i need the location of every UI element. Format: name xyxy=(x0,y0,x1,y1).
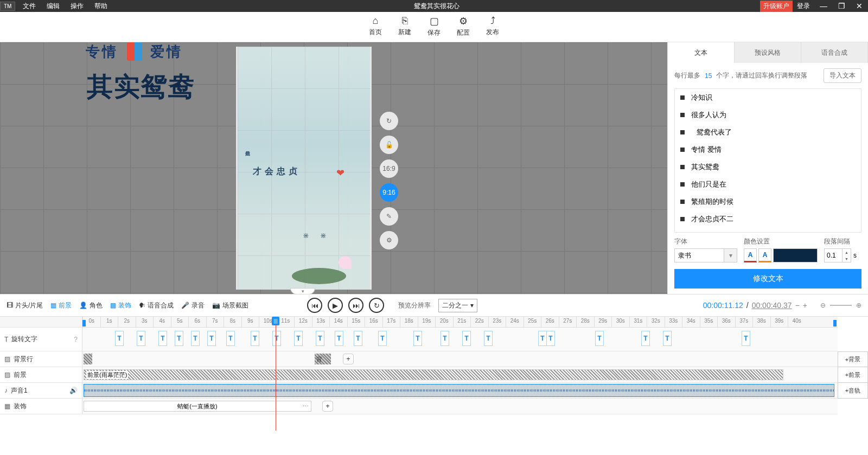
collapse-handle[interactable]: ▾ xyxy=(290,288,315,294)
playhead-handle[interactable]: ||| xyxy=(272,317,279,325)
preview-frame[interactable]: 他们只是在 才会忠贞 ❤ ⋇⋇ xyxy=(236,47,372,290)
upgrade-button[interactable]: 升级账户 xyxy=(760,1,793,12)
text-list[interactable]: 冷知识 很多人认为 鸳鸯代表了 专情 爱情 其实鸳鸯 他们只是在 繁殖期的时候 … xyxy=(674,88,861,233)
menu-file[interactable]: 文件 xyxy=(17,1,41,12)
text-track-head[interactable]: T旋转文字? xyxy=(0,328,82,351)
bg-track-head[interactable]: ▨背景行 xyxy=(0,351,82,367)
text-row[interactable]: 其实鸳鸯 xyxy=(675,158,861,176)
track-area[interactable]: 0s1s2s3s4s5s6s7s8s9s10s11s12s13s14s15s16… xyxy=(82,317,838,414)
text-clip[interactable]: T xyxy=(462,331,471,346)
text-clip[interactable]: T xyxy=(546,331,555,346)
tab-text[interactable]: 文本 xyxy=(668,42,735,63)
text-clip[interactable]: T xyxy=(413,331,422,346)
text-clip[interactable]: T xyxy=(484,331,493,346)
intro-outro-button[interactable]: 🎞片头/片尾 xyxy=(7,301,43,310)
text-clip[interactable]: T xyxy=(663,331,672,346)
in-marker[interactable] xyxy=(82,320,86,326)
zoom-in-icon[interactable]: ⊕ xyxy=(856,302,861,309)
menu-operate[interactable]: 操作 xyxy=(65,1,89,12)
zoom-out-icon[interactable]: ⊖ xyxy=(820,302,826,309)
spin-down-icon[interactable]: ▼ xyxy=(843,255,851,262)
text-row[interactable]: 他们只是在 xyxy=(675,176,861,193)
save-button[interactable]: ▢保存 xyxy=(427,15,441,42)
new-button[interactable]: ⎘新建 xyxy=(398,15,411,42)
text-clip[interactable]: T xyxy=(378,331,387,346)
text-clip[interactable]: T xyxy=(354,331,362,346)
resolution-select[interactable]: 二分之一▾ xyxy=(438,299,477,312)
audio-track-head[interactable]: ♪声音1🔊 xyxy=(0,383,82,399)
close-button[interactable]: ✕ xyxy=(851,1,868,11)
more-icon[interactable]: ⋯ xyxy=(303,403,309,410)
add-deco-button[interactable]: + xyxy=(322,401,333,412)
color-preview[interactable] xyxy=(773,248,818,262)
text-clip[interactable]: T xyxy=(115,331,124,346)
audio-clip[interactable] xyxy=(84,384,834,397)
login-button[interactable]: 登录 xyxy=(793,1,814,12)
refresh-icon[interactable]: ↻ xyxy=(380,112,398,130)
zoom-slider[interactable] xyxy=(830,305,852,306)
spin-up-icon[interactable]: ▲ xyxy=(843,249,851,255)
tts-button[interactable]: 🗣语音合成 xyxy=(139,301,174,310)
out-marker[interactable] xyxy=(833,320,837,326)
play-button[interactable]: ▶ xyxy=(328,298,343,313)
time-ruler[interactable]: 0s1s2s3s4s5s6s7s8s9s10s11s12s13s14s15s16… xyxy=(82,317,838,328)
foreground-button[interactable]: ▦前景 xyxy=(50,301,72,310)
text-row[interactable]: 繁殖期的时候 xyxy=(675,193,861,210)
decoration-button[interactable]: ▩装饰 xyxy=(110,301,131,310)
add-bg-track-button[interactable]: + 背景 xyxy=(838,351,868,367)
help-icon[interactable]: ? xyxy=(74,336,78,343)
audio-track[interactable] xyxy=(82,383,838,399)
config-button[interactable]: ⚙配置 xyxy=(457,15,470,42)
bg-clip[interactable] xyxy=(84,354,92,364)
lock-icon[interactable]: 🔓 xyxy=(380,136,398,154)
minimize-button[interactable]: — xyxy=(814,1,833,11)
add-audio-track-button[interactable]: + 音轨 xyxy=(838,383,868,399)
record-button[interactable]: 🎤录音 xyxy=(181,301,205,310)
text-row[interactable]: 冷知识 xyxy=(675,89,861,106)
text-clip[interactable]: T xyxy=(175,331,183,346)
maximize-button[interactable]: ❐ xyxy=(833,1,851,11)
ratio-16-9-button[interactable]: 16:9 xyxy=(380,159,398,178)
font-select[interactable]: 隶书▾ xyxy=(674,248,737,262)
next-button[interactable]: ⏭ xyxy=(348,298,363,313)
text-color-button[interactable]: A xyxy=(744,248,757,262)
edit-icon[interactable]: ✎ xyxy=(380,207,398,226)
text-clip[interactable]: T xyxy=(272,331,281,346)
text-clip[interactable]: T xyxy=(538,331,547,346)
bg-clip-2[interactable]: 背 xyxy=(315,354,331,364)
text-clip[interactable]: T xyxy=(191,331,200,346)
menu-help[interactable]: 帮助 xyxy=(89,1,113,12)
bg-color-button[interactable]: A xyxy=(758,248,771,262)
text-clip[interactable]: T xyxy=(294,331,303,346)
text-clip[interactable]: T xyxy=(595,331,604,346)
settings-icon[interactable]: ⚙ xyxy=(380,231,398,249)
fg-track-head[interactable]: ▨前景 xyxy=(0,367,82,383)
total-time[interactable]: 00:00:40.37 xyxy=(752,301,792,310)
menu-edit[interactable]: 编辑 xyxy=(41,1,65,12)
fg-track[interactable]: 前景(雨幕茫茫) xyxy=(82,367,838,383)
text-clip[interactable]: T xyxy=(316,331,324,346)
deco-clip[interactable]: 蜻蜓(一直播放)⋯ xyxy=(84,401,311,412)
home-button[interactable]: ⌂首页 xyxy=(369,15,382,42)
text-row[interactable]: 但是繁殖期一过 xyxy=(675,228,861,233)
text-clip[interactable]: T xyxy=(441,331,449,346)
loop-button[interactable]: ↻ xyxy=(369,298,384,313)
tab-tts[interactable]: 语音合成 xyxy=(801,42,868,63)
add-fg-track-button[interactable]: + 前景 xyxy=(838,367,868,383)
text-clip[interactable]: T xyxy=(335,331,343,346)
prev-button[interactable]: ⏮ xyxy=(307,298,322,313)
screenshot-button[interactable]: 📷场景截图 xyxy=(212,301,248,310)
minus-icon[interactable]: − xyxy=(795,301,800,310)
speaker-icon[interactable]: 🔊 xyxy=(69,387,78,394)
character-button[interactable]: 👤角色 xyxy=(79,301,103,310)
ratio-9-16-button[interactable]: 9:16 xyxy=(380,183,398,202)
text-row[interactable]: 很多人认为 xyxy=(675,106,861,124)
modify-text-button[interactable]: 修改文本 xyxy=(674,269,861,289)
tab-style[interactable]: 预设风格 xyxy=(735,42,801,63)
text-clip[interactable]: T xyxy=(742,331,750,346)
text-row[interactable]: 专情 爱情 xyxy=(675,141,861,158)
text-clip[interactable]: T xyxy=(137,331,145,346)
text-clip[interactable]: T xyxy=(207,331,216,346)
text-clip[interactable]: T xyxy=(251,331,259,346)
text-clip[interactable]: T xyxy=(226,331,235,346)
